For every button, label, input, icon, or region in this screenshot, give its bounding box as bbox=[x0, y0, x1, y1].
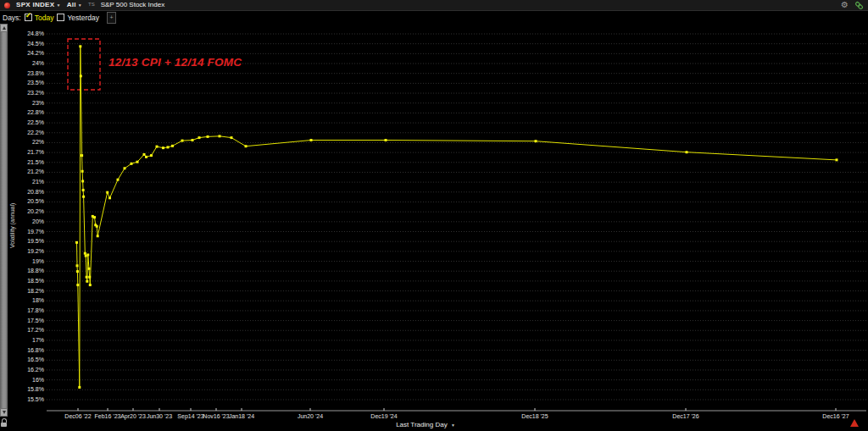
data-point bbox=[143, 153, 146, 156]
data-point bbox=[162, 146, 164, 149]
y-tick-label: 19.5% bbox=[12, 238, 44, 245]
y-tick-label: 22.8% bbox=[12, 109, 44, 116]
data-point bbox=[836, 158, 838, 161]
x-tick-label: Jan18 '24 bbox=[221, 413, 262, 419]
y-tick-label: 22.5% bbox=[12, 119, 44, 126]
y-tick-label: 21.5% bbox=[12, 159, 44, 166]
y-tick-label: 22% bbox=[12, 139, 44, 146]
data-point bbox=[86, 253, 89, 256]
y-tick-label: 23.2% bbox=[12, 90, 44, 97]
data-point bbox=[181, 140, 184, 142]
data-point bbox=[97, 235, 99, 237]
y-tick-label: 20.2% bbox=[12, 208, 44, 215]
data-point bbox=[136, 161, 139, 163]
terminal-chart-window: SPX INDEX ▼ All ▼ TS S&P 500 Stock Index… bbox=[0, 0, 868, 431]
x-axis-mode-dropdown[interactable]: Last Trading Day ▼ bbox=[379, 421, 472, 428]
y-tick-label: 19.7% bbox=[12, 229, 44, 235]
event-highlight-box bbox=[68, 39, 100, 90]
x-tick-label: Jun20 '24 bbox=[290, 413, 331, 419]
data-point bbox=[79, 45, 81, 47]
data-point bbox=[76, 270, 79, 273]
data-point bbox=[75, 241, 78, 244]
data-point bbox=[385, 139, 387, 141]
y-tick-label: 21.2% bbox=[12, 169, 44, 175]
y-tick-label: 16.5% bbox=[12, 356, 44, 363]
chevron-down-icon: ▼ bbox=[451, 423, 455, 428]
y-tick-label: 18.5% bbox=[12, 278, 44, 285]
y-tick-label: 24% bbox=[12, 60, 44, 67]
y-tick-label: 24.2% bbox=[12, 50, 44, 57]
data-point bbox=[81, 170, 84, 173]
x-tick-label: Dec17 '26 bbox=[665, 413, 706, 419]
y-tick-label: 19.2% bbox=[12, 248, 44, 255]
series-line bbox=[77, 47, 837, 388]
data-point bbox=[82, 189, 85, 191]
y-tick-label: 23.5% bbox=[12, 80, 44, 86]
data-point bbox=[86, 276, 88, 279]
data-point bbox=[88, 268, 91, 270]
data-point bbox=[89, 284, 92, 286]
x-tick-label: Dec19 '24 bbox=[364, 413, 404, 419]
data-point bbox=[207, 135, 209, 138]
data-point bbox=[81, 154, 83, 157]
data-point bbox=[192, 139, 194, 141]
data-point bbox=[245, 145, 248, 147]
y-tick-label: 17.8% bbox=[12, 307, 44, 314]
data-point bbox=[150, 154, 153, 157]
y-tick-label: 17.5% bbox=[12, 318, 44, 324]
data-point bbox=[198, 136, 201, 139]
y-tick-label: 20.5% bbox=[12, 198, 44, 205]
data-point bbox=[86, 280, 88, 283]
data-point bbox=[535, 140, 537, 142]
data-point bbox=[81, 180, 84, 182]
data-point bbox=[82, 196, 85, 198]
data-point bbox=[93, 216, 96, 218]
x-tick-label: Dec16 '27 bbox=[815, 413, 856, 419]
data-point bbox=[76, 264, 79, 267]
y-tick-label: 18.8% bbox=[12, 268, 44, 274]
data-point bbox=[88, 276, 91, 279]
data-point bbox=[167, 146, 170, 148]
data-point bbox=[145, 156, 147, 158]
y-tick-label: 16.2% bbox=[12, 367, 44, 373]
y-tick-label: 17.2% bbox=[12, 327, 44, 334]
warning-triangle-icon[interactable] bbox=[850, 419, 859, 427]
y-tick-label: 21.7% bbox=[12, 149, 44, 156]
data-point bbox=[85, 255, 87, 257]
data-point bbox=[78, 386, 81, 389]
data-point bbox=[156, 146, 159, 148]
y-tick-label: 22.2% bbox=[12, 130, 44, 136]
data-point bbox=[76, 284, 79, 286]
y-tick-label: 21% bbox=[12, 179, 44, 185]
data-point bbox=[171, 145, 174, 147]
y-tick-label: 18.2% bbox=[12, 288, 44, 295]
data-point bbox=[96, 225, 98, 228]
data-point bbox=[108, 196, 111, 199]
data-point bbox=[117, 179, 120, 181]
event-annotation: 12/13 CPI + 12/14 FOMC bbox=[108, 56, 242, 69]
x-tick-label: Dec18 '25 bbox=[515, 413, 555, 419]
y-tick-label: 16% bbox=[12, 377, 44, 384]
y-tick-label: 16.8% bbox=[12, 347, 44, 354]
data-point bbox=[84, 252, 86, 255]
y-tick-label: 17% bbox=[12, 337, 44, 344]
y-tick-label: 24.8% bbox=[12, 30, 44, 37]
y-tick-label: 23.8% bbox=[12, 70, 44, 77]
data-point bbox=[131, 163, 133, 165]
y-tick-label: 15.5% bbox=[12, 396, 44, 403]
y-tick-label: 18% bbox=[12, 297, 44, 304]
data-point bbox=[106, 191, 108, 194]
data-point bbox=[80, 75, 82, 77]
y-tick-label: 23% bbox=[12, 100, 44, 107]
y-tick-label: 15.8% bbox=[12, 386, 44, 393]
y-tick-label: 19% bbox=[12, 258, 44, 265]
data-point bbox=[219, 135, 221, 137]
y-tick-label: 20% bbox=[12, 218, 44, 225]
y-tick-label: 24.5% bbox=[12, 41, 44, 47]
data-point bbox=[231, 136, 233, 139]
data-point bbox=[124, 167, 126, 169]
data-point bbox=[310, 139, 313, 141]
data-point bbox=[686, 151, 688, 153]
y-tick-label: 20.8% bbox=[12, 189, 44, 196]
x-axis-mode-label: Last Trading Day bbox=[396, 421, 447, 428]
